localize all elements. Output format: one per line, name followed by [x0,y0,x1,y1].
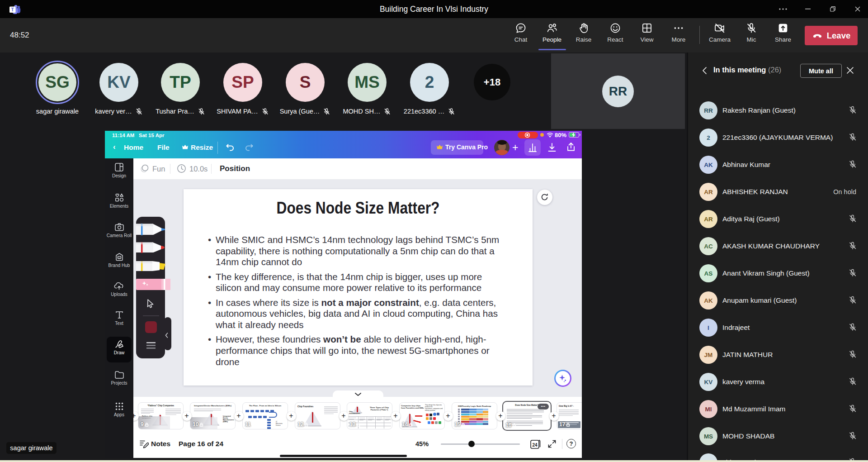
svg-text:co.: co. [118,257,120,259]
svg-text:24: 24 [532,443,538,448]
svg-text:T: T [11,7,14,12]
